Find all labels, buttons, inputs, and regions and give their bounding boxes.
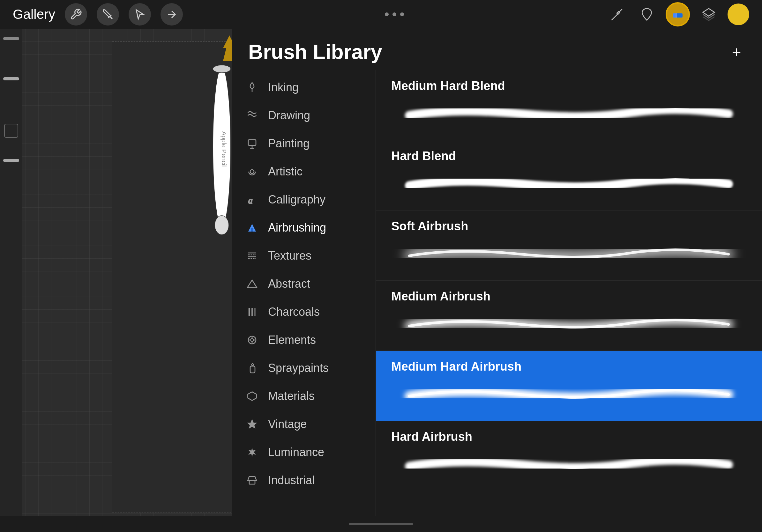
sidebar-item-spraypaints[interactable]: Spraypaints — [232, 354, 376, 382]
inking-icon — [245, 80, 259, 95]
brush-name-medium-airbrush: Medium Airbrush — [391, 290, 747, 303]
brush-stroke-hard-blend — [391, 168, 747, 200]
transform-button[interactable] — [161, 3, 183, 26]
drawing-icon — [245, 108, 259, 122]
brush-item-hard-airbrush[interactable]: Hard Airbrush — [376, 421, 762, 491]
charcoals-icon — [245, 305, 259, 319]
sidebar-item-charcoals[interactable]: Charcoals — [232, 298, 376, 326]
svg-marker-24 — [247, 280, 257, 288]
svg-point-10 — [213, 65, 231, 73]
artistic-icon — [245, 165, 259, 179]
sidebar-item-luminance[interactable]: Luminance — [232, 438, 376, 466]
abstract-icon — [245, 277, 259, 291]
svg-marker-38 — [247, 420, 257, 429]
category-label-materials: Materials — [268, 389, 315, 403]
brush-name-hard-blend: Hard Blend — [391, 149, 747, 163]
category-label-textures: Textures — [268, 249, 311, 262]
top-bar: Gallery — [0, 0, 762, 29]
brush-item-medium-airbrush[interactable]: Medium Airbrush — [376, 281, 762, 351]
painting-icon — [245, 137, 259, 151]
flow-slider[interactable] — [3, 159, 19, 162]
sidebar-item-painting[interactable]: Painting — [232, 129, 376, 158]
category-label-painting: Painting — [268, 137, 310, 150]
dot2 — [393, 13, 396, 16]
brush-item-hard-blend[interactable]: Hard Blend — [376, 140, 762, 211]
color-picker-button[interactable] — [727, 4, 749, 25]
left-sidebar — [0, 29, 22, 532]
brush-tool-button[interactable] — [606, 3, 628, 26]
wrench-icon — [70, 8, 82, 21]
sidebar-item-materials[interactable]: Materials — [232, 382, 376, 410]
wrench-button[interactable] — [65, 3, 87, 26]
opacity-slider[interactable] — [3, 37, 19, 40]
category-label-industrial: Industrial — [268, 474, 315, 487]
category-label-luminance: Luminance — [268, 445, 324, 459]
svg-marker-37 — [248, 392, 257, 401]
brush-stroke-hard-airbrush — [391, 449, 747, 481]
svg-rect-34 — [250, 366, 255, 373]
svg-text:Apple Pencil: Apple Pencil — [220, 131, 228, 166]
magic-icon — [102, 8, 114, 21]
scroll-indicator[interactable] — [349, 523, 413, 525]
vintage-icon — [245, 417, 259, 431]
brush-stroke-medium-airbrush — [391, 308, 747, 340]
add-brush-button[interactable]: + — [727, 42, 746, 62]
spraypaints-icon — [245, 361, 259, 375]
category-label-vintage: Vintage — [268, 418, 307, 431]
smudge-tool-icon — [640, 7, 654, 21]
selection-button[interactable] — [128, 3, 151, 26]
luminance-icon — [245, 445, 259, 459]
selection-icon — [134, 8, 146, 21]
svg-marker-39 — [248, 447, 256, 457]
brush-library-title: Brush Library — [248, 40, 382, 64]
layers-icon — [702, 7, 716, 21]
category-label-elements: Elements — [268, 333, 316, 347]
svg-point-9 — [215, 216, 229, 235]
brush-name-medium-hard-blend: Medium Hard Blend — [391, 79, 747, 93]
category-label-spraypaints: Spraypaints — [268, 362, 329, 375]
eraser-tool-icon — [671, 8, 684, 21]
sidebar-item-industrial[interactable]: Industrial — [232, 466, 376, 495]
brush-stroke-soft-airbrush — [391, 238, 747, 270]
sidebar-item-airbrushing[interactable]: Airbrushing — [232, 214, 376, 242]
brush-item-medium-hard-airbrush[interactable]: Medium Hard Airbrush — [376, 351, 762, 421]
calligraphy-icon: a — [245, 193, 259, 207]
magic-button[interactable] — [97, 3, 119, 26]
dot1 — [385, 13, 389, 16]
svg-rect-5 — [676, 13, 683, 18]
brush-name-soft-airbrush: Soft Airbrush — [391, 220, 747, 233]
brush-name-hard-airbrush: Hard Airbrush — [391, 430, 747, 444]
svg-point-29 — [251, 339, 254, 342]
gallery-button[interactable]: Gallery — [13, 7, 55, 22]
sidebar-item-inking[interactable]: Inking — [232, 73, 376, 101]
modifier-rect[interactable] — [4, 124, 18, 138]
brush-name-medium-hard-airbrush: Medium Hard Airbrush — [391, 360, 747, 373]
category-label-airbrushing: Airbrushing — [268, 221, 326, 234]
brush-stroke-medium-hard-blend — [391, 98, 747, 130]
layers-button[interactable] — [698, 3, 720, 26]
sidebar-item-vintage[interactable]: Vintage — [232, 410, 376, 438]
sidebar-item-abstract[interactable]: Abstract — [232, 270, 376, 298]
brush-item-medium-hard-blend[interactable]: Medium Hard Blend — [376, 70, 762, 140]
brush-library-panel: Brush Library + InkingDrawingPaintingArt… — [232, 29, 762, 532]
sidebar-item-calligraphy[interactable]: aCalligraphy — [232, 186, 376, 214]
brush-panel-header: Brush Library + — [232, 29, 762, 70]
industrial-icon — [245, 473, 259, 487]
category-list: InkingDrawingPaintingArtisticaCalligraph… — [232, 70, 376, 532]
svg-line-2 — [112, 18, 112, 19]
sidebar-item-textures[interactable]: Textures — [232, 242, 376, 270]
sidebar-item-artistic[interactable]: Artistic — [232, 158, 376, 186]
size-slider[interactable] — [3, 77, 19, 80]
brush-tool-icon — [610, 7, 624, 21]
svg-point-35 — [252, 364, 254, 366]
sidebar-item-elements[interactable]: Elements — [232, 326, 376, 354]
smudge-tool-button[interactable] — [636, 3, 658, 26]
brush-panel-body: InkingDrawingPaintingArtisticaCalligraph… — [232, 70, 762, 532]
svg-point-16 — [250, 170, 254, 173]
category-label-charcoals: Charcoals — [268, 305, 320, 319]
category-label-artistic: Artistic — [268, 165, 302, 178]
top-bar-right — [606, 2, 749, 27]
eraser-tool-button[interactable] — [666, 2, 690, 27]
brush-item-soft-airbrush[interactable]: Soft Airbrush — [376, 211, 762, 281]
sidebar-item-drawing[interactable]: Drawing — [232, 101, 376, 129]
